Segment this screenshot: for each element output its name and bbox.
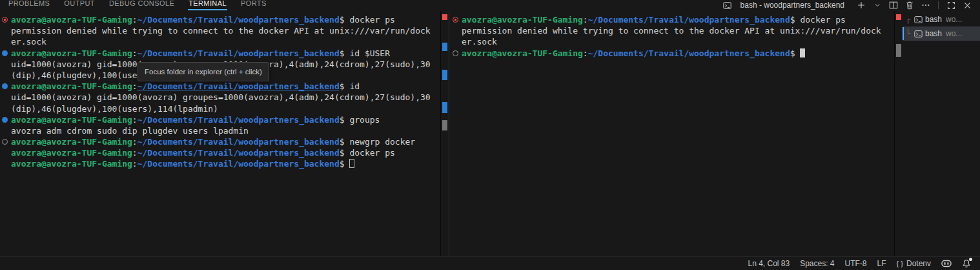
terminal-line: avozra@avozra-TUF-Gaming:~/Documents/Tra… [0, 136, 440, 147]
panel-tab-output[interactable]: OUTPUT [57, 0, 102, 10]
output-text: permission denied while trying to connec… [11, 26, 431, 36]
terminal-line: avozra@avozra-TUF-Gaming:~/Documents/Tra… [0, 48, 440, 59]
prompt-user: avozra@avozra-TUF-Gaming [11, 159, 132, 169]
prompt-separator: : [132, 115, 138, 125]
prompt-path-link[interactable]: ~/Documents/Travail/woodpartners_backend [588, 48, 790, 58]
prompt-path-link[interactable]: ~/Documents/Travail/woodpartners_backend [138, 15, 340, 25]
prompt-symbol: $ [340, 148, 350, 158]
terminal-line: avozra@avozra-TUF-Gaming:~/Documents/Tra… [0, 147, 440, 158]
prompt-symbol: $ [340, 115, 350, 125]
status-language-mode[interactable]: { }Dotenv [897, 259, 931, 268]
prompt-path-link[interactable]: ~/Documents/Travail/woodpartners_backend [138, 48, 340, 58]
command-decoration-error-icon[interactable] [2, 17, 8, 23]
terminal-list-detail: wo... [946, 15, 962, 24]
terminal-title: bash - woodpartners_backend [740, 1, 844, 10]
terminal-scrollbar-left[interactable] [440, 11, 449, 256]
terminal-line: er.sock [449, 36, 894, 47]
terminal-title-area: bash - woodpartners_backend [722, 0, 972, 10]
prompt-path-link[interactable]: ~/Documents/Travail/woodpartners_backend [588, 15, 790, 25]
command-text: id [349, 81, 360, 91]
scroll-decoration-success [442, 102, 447, 113]
prompt-symbol: $ [340, 81, 350, 91]
status-cursor-position[interactable]: Ln 4, Col 83 [748, 259, 790, 268]
command-decoration-success-icon[interactable] [2, 83, 8, 89]
prompt-symbol: $ [340, 48, 350, 58]
tooltip-text: Focus folder in explorer (ctrl + click) [145, 68, 262, 76]
prompt-user: avozra@avozra-TUF-Gaming [11, 115, 132, 125]
terminal-list-label: bash [925, 15, 942, 24]
prompt-user: avozra@avozra-TUF-Gaming [11, 15, 132, 25]
prompt-user: avozra@avozra-TUF-Gaming [11, 148, 132, 158]
terminal-list-item[interactable]: └bashwo... [903, 26, 980, 41]
terminal-profile-dropdown-icon[interactable] [872, 0, 883, 10]
panel-tab-problems[interactable]: PROBLEMS [1, 0, 57, 10]
prompt-path-link[interactable]: ~/Documents/Travail/woodpartners_backend [138, 81, 340, 91]
terminal-line: avozra@avozra-TUF-Gaming:~/Documents/Tra… [0, 158, 440, 169]
terminal-line: avozra@avozra-TUF-Gaming:~/Documents/Tra… [449, 14, 894, 25]
bell-icon[interactable] [962, 259, 971, 268]
terminal-line: permission denied while trying to connec… [0, 25, 440, 36]
prompt-separator: : [583, 48, 588, 58]
status-label: Ln 4, Col 83 [748, 259, 790, 268]
command-decoration-default-icon[interactable] [2, 139, 8, 145]
terminal-icon [723, 1, 731, 10]
terminal-icon [914, 30, 923, 38]
prompt-path-link[interactable]: ~/Documents/Travail/woodpartners_backend [138, 137, 340, 147]
status-label: LF [877, 259, 886, 268]
command-decoration-error-icon[interactable] [453, 17, 458, 23]
prompt-user: avozra@avozra-TUF-Gaming [462, 15, 583, 25]
panel-tab-debug-console[interactable]: DEBUG CONSOLE [102, 0, 181, 10]
split-terminal-icon[interactable] [888, 0, 899, 10]
terminal-line: (dip),46(plugdev),100(users),114(lpadmin… [0, 103, 440, 114]
panel-header: PROBLEMSOUTPUTDEBUG CONSOLETERMINALPORTS… [0, 0, 980, 11]
panel-tab-ports[interactable]: PORTS [234, 0, 274, 10]
status-encoding[interactable]: UTF-8 [845, 259, 867, 268]
terminal-scrollbar-right[interactable] [894, 11, 902, 256]
close-panel-icon[interactable] [962, 0, 972, 10]
more-actions-icon[interactable] [921, 0, 931, 10]
prompt-path-link[interactable]: ~/Documents/Travail/woodpartners_backend [138, 159, 340, 169]
terminal-pane-right[interactable]: avozra@avozra-TUF-Gaming:~/Documents/Tra… [449, 11, 894, 256]
prompt-user: avozra@avozra-TUF-Gaming [11, 137, 132, 147]
terminal-line: avozra@avozra-TUF-Gaming:~/Documents/Tra… [449, 48, 894, 59]
terminal-line: permission denied while trying to connec… [449, 25, 894, 36]
terminal-cursor [800, 48, 805, 57]
status-bar-right: Ln 4, Col 83Spaces: 4UTF-8LF{ }Dotenv [748, 259, 971, 268]
terminal-icon [914, 16, 923, 24]
terminal-list-item[interactable]: ┌bashwo... [903, 12, 980, 26]
command-text: docker ps [349, 148, 394, 158]
prompt-separator: : [132, 159, 138, 169]
prompt-symbol: $ [340, 159, 350, 169]
output-text: uid=1000(avozra) gid=1000(avozra) groupe… [11, 92, 431, 102]
split-tree-guide: └ [906, 29, 913, 38]
prompt-path-link[interactable]: ~/Documents/Travail/woodpartners_backend [138, 115, 340, 125]
command-decoration-success-icon[interactable] [2, 50, 8, 56]
terminal-pane-left[interactable]: avozra@avozra-TUF-Gaming:~/Documents/Tra… [0, 11, 440, 256]
status-indentation[interactable]: Spaces: 4 [800, 259, 834, 268]
command-decoration-default-icon[interactable] [453, 50, 458, 56]
prompt-user: avozra@avozra-TUF-Gaming [462, 48, 583, 58]
new-terminal-icon[interactable] [856, 0, 866, 10]
command-text: id $USER [349, 48, 390, 58]
output-text: (dip),46(plugdev),100(users),114(lpadmin… [11, 104, 218, 114]
terminal-line: er.sock [0, 36, 440, 47]
scroll-decoration-error [442, 14, 447, 20]
vscode-terminal-panel: PROBLEMSOUTPUTDEBUG CONSOLETERMINALPORTS… [0, 0, 980, 270]
terminal-line: avozra@avozra-TUF-Gaming:~/Documents/Tra… [0, 14, 440, 25]
kill-terminal-icon[interactable] [904, 0, 915, 10]
scroll-decoration-default [442, 120, 447, 130]
prompt-symbol: $ [790, 15, 801, 25]
prompt-symbol: $ [340, 137, 350, 147]
prompt-user: avozra@avozra-TUF-Gaming [11, 81, 132, 91]
terminal-line: uid=1000(avozra) gid=1000(avozra) groupe… [0, 92, 440, 103]
scroll-decoration-success [442, 70, 447, 80]
status-eol[interactable]: LF [877, 259, 886, 268]
status-label: UTF-8 [845, 259, 867, 268]
panel-tab-terminal[interactable]: TERMINAL [181, 0, 234, 10]
panel-body: avozra@avozra-TUF-Gaming:~/Documents/Tra… [0, 11, 980, 256]
maximize-panel-icon[interactable] [946, 0, 956, 10]
copilot-icon[interactable] [941, 259, 952, 268]
prompt-path-link[interactable]: ~/Documents/Travail/woodpartners_backend [138, 148, 340, 158]
command-decoration-success-icon[interactable] [2, 117, 8, 123]
prompt-symbol: $ [340, 15, 350, 25]
